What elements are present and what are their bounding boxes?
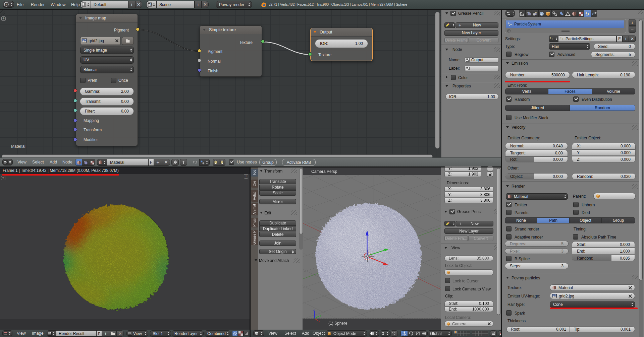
- svg-text:x: x: [319, 320, 320, 323]
- svg-text:z: z: [313, 308, 315, 311]
- svg-text:y: y: [320, 314, 322, 317]
- svg-text:i: i: [6, 3, 7, 6]
